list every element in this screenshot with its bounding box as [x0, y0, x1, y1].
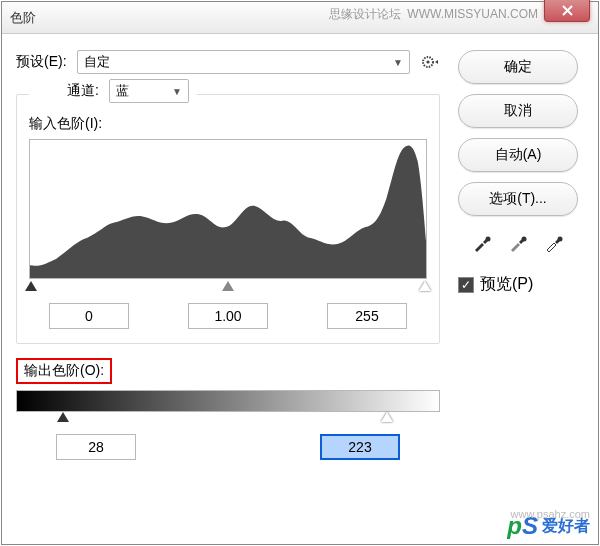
black-eyedropper[interactable]: [471, 232, 493, 254]
gear-icon: [421, 55, 439, 69]
svg-point-4: [558, 237, 563, 242]
dialog-title: 色阶: [10, 9, 36, 27]
eyedropper-icon: [508, 233, 528, 253]
output-black-handle[interactable]: [57, 412, 69, 422]
output-white-field[interactable]: [320, 434, 400, 460]
preset-label: 预设(E):: [16, 53, 67, 71]
eyedropper-icon: [544, 233, 564, 253]
white-point-handle[interactable]: [419, 281, 431, 291]
chevron-down-icon: ▼: [172, 86, 182, 97]
channel-label: 通道:: [67, 82, 99, 100]
output-levels-label: 输出色阶(O):: [16, 358, 112, 384]
channel-group: 通道: 蓝 ▼ 输入色阶(I):: [16, 94, 440, 344]
close-icon: [562, 5, 573, 16]
svg-point-3: [522, 237, 527, 242]
auto-button[interactable]: 自动(A): [458, 138, 578, 172]
options-button[interactable]: 选项(T)...: [458, 182, 578, 216]
output-black-field[interactable]: [56, 434, 136, 460]
input-levels-label: 输入色阶(I):: [29, 115, 427, 133]
output-white-handle[interactable]: [381, 412, 393, 422]
preview-checkbox[interactable]: ✓: [458, 277, 474, 293]
close-button[interactable]: [544, 0, 590, 22]
gamma-handle[interactable]: [222, 281, 234, 291]
watermark-top: 思缘设计论坛 WWW.MISSYUAN.COM: [329, 6, 538, 23]
eyedropper-icon: [472, 233, 492, 253]
cancel-button[interactable]: 取消: [458, 94, 578, 128]
svg-point-1: [426, 60, 429, 63]
footer-url: www.psahz.com: [511, 508, 590, 520]
output-gradient: [16, 390, 440, 412]
output-slider[interactable]: [16, 412, 440, 426]
input-gamma-field[interactable]: [188, 303, 268, 329]
histogram: [29, 139, 427, 279]
black-point-handle[interactable]: [25, 281, 37, 291]
preview-label: 预览(P): [480, 274, 533, 295]
eyedropper-group: [471, 232, 565, 254]
gray-eyedropper[interactable]: [507, 232, 529, 254]
svg-point-2: [486, 237, 491, 242]
ok-button[interactable]: 确定: [458, 50, 578, 84]
input-white-field[interactable]: [327, 303, 407, 329]
dialog-window: 色阶 思缘设计论坛 WWW.MISSYUAN.COM 预设(E): 自定 ▼: [1, 1, 599, 545]
title-bar: 色阶 思缘设计论坛 WWW.MISSYUAN.COM: [2, 2, 598, 34]
channel-dropdown[interactable]: 蓝 ▼: [109, 79, 189, 103]
white-eyedropper[interactable]: [543, 232, 565, 254]
input-slider[interactable]: [29, 281, 427, 295]
preset-menu-button[interactable]: [420, 55, 440, 69]
chevron-down-icon: ▼: [393, 57, 403, 68]
input-black-field[interactable]: [49, 303, 129, 329]
preset-dropdown[interactable]: 自定 ▼: [77, 50, 410, 74]
